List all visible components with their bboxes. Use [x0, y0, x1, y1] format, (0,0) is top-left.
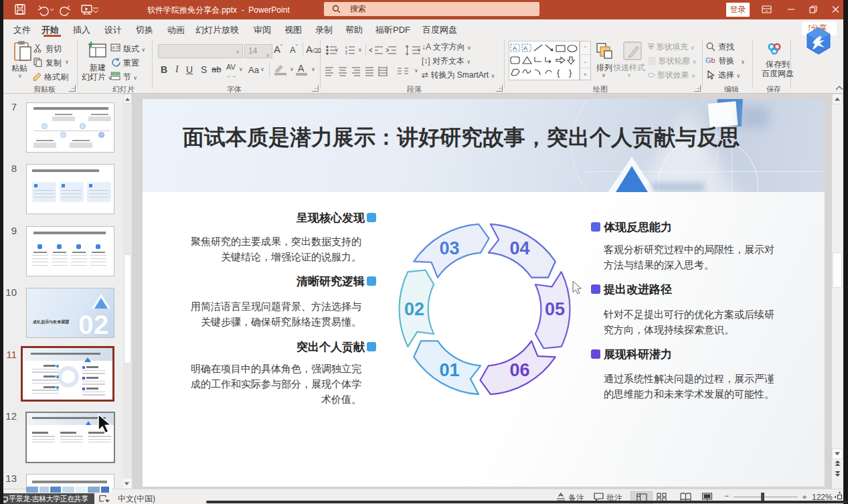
svg-text:05: 05 [545, 299, 565, 319]
svg-text:A: A [513, 45, 517, 52]
svg-text:}: } [569, 68, 572, 78]
svg-text:A: A [523, 45, 527, 52]
svg-text:03: 03 [439, 238, 459, 258]
svg-text:{: { [557, 68, 560, 78]
svg-text:01: 01 [439, 360, 459, 380]
svg-text:04: 04 [509, 238, 529, 258]
svg-text:06: 06 [509, 360, 529, 380]
svg-text:02: 02 [404, 299, 424, 319]
